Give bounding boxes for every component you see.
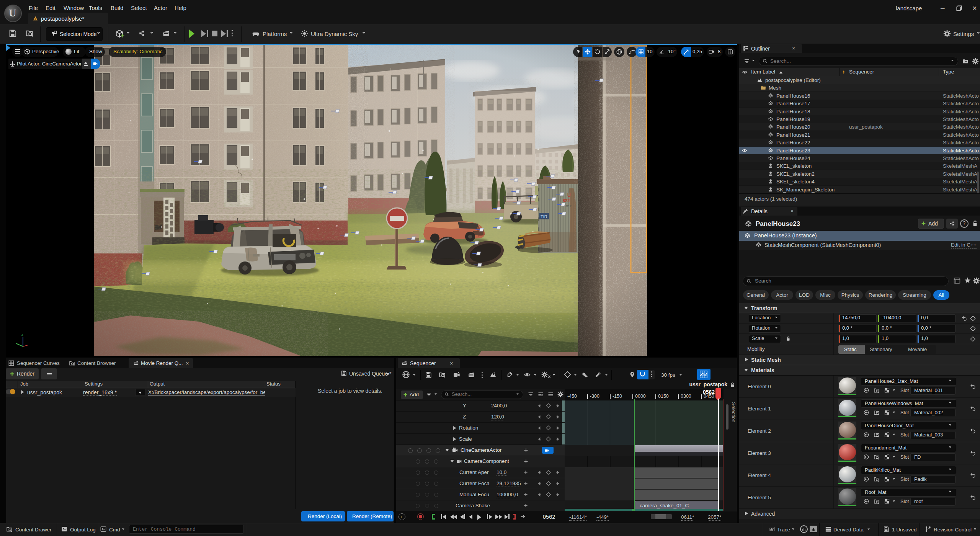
svg-text:z: z [21,333,23,337]
